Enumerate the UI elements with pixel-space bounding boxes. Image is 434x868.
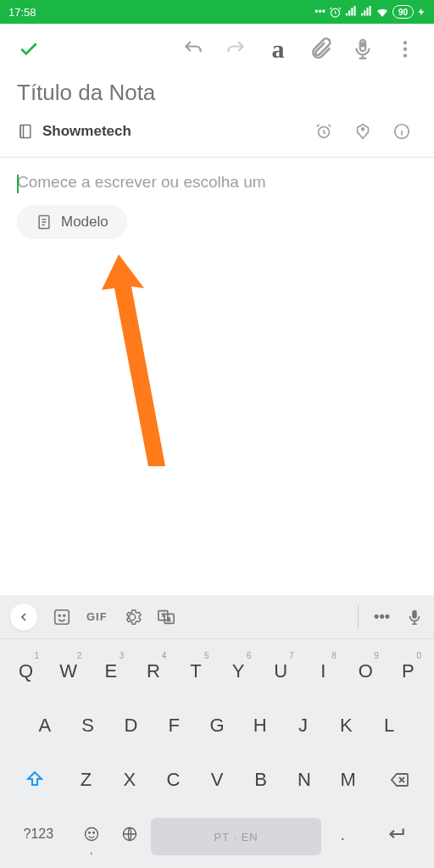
status-time: 17:58	[8, 6, 314, 19]
reminder-button[interactable]	[309, 116, 339, 147]
svg-point-11	[58, 615, 60, 616]
svg-rect-5	[20, 125, 31, 138]
svg-point-18	[92, 832, 94, 834]
svg-point-17	[88, 832, 90, 834]
keyboard: GIF ••• 1Q2W3E4R5T6Y7U8I9O0P ASDFGHJKL Z…	[0, 595, 434, 868]
redo-button[interactable]	[217, 31, 254, 68]
sticker-icon[interactable]	[53, 608, 71, 626]
more-icon: •••	[314, 6, 326, 18]
annotation-arrow	[85, 254, 186, 475]
format-button[interactable]: a	[259, 31, 297, 68]
key-x[interactable]: X	[110, 756, 150, 804]
key-t[interactable]: 5T	[176, 648, 214, 695]
key-g[interactable]: G	[198, 702, 236, 749]
key-r[interactable]: 4R	[134, 648, 172, 695]
symbols-key[interactable]: ?123	[7, 810, 70, 858]
settings-icon[interactable]	[123, 608, 142, 626]
key-k[interactable]: K	[326, 702, 365, 749]
charging-icon	[417, 6, 426, 18]
more-icon[interactable]: •••	[374, 608, 390, 626]
status-bar: 17:58 ••• 90	[0, 0, 434, 24]
keyboard-row-3: ZXCVBNM	[3, 753, 431, 807]
key-v[interactable]: V	[198, 756, 237, 804]
period-key[interactable]: .	[326, 810, 359, 858]
overflow-button[interactable]	[387, 31, 424, 68]
note-title-input[interactable]	[17, 80, 417, 106]
language-key[interactable]	[113, 810, 147, 858]
notebook-selector[interactable]: Showmetech	[42, 123, 300, 140]
done-button[interactable]	[10, 31, 47, 68]
key-p[interactable]: 0P	[389, 648, 427, 695]
key-a[interactable]: A	[25, 702, 64, 749]
svg-rect-10	[55, 609, 70, 624]
keyboard-back-button[interactable]	[10, 604, 37, 631]
shift-key[interactable]	[7, 756, 62, 804]
svg-point-1	[360, 42, 366, 47]
key-i[interactable]: 8I	[304, 648, 342, 695]
backspace-key[interactable]	[372, 756, 427, 804]
svg-point-7	[362, 128, 364, 131]
emoji-key[interactable]: ,	[75, 810, 108, 858]
wifi-icon	[376, 5, 389, 19]
key-q[interactable]: 1Q	[7, 648, 45, 695]
key-z[interactable]: Z	[66, 756, 106, 804]
keyboard-row-2: ASDFGHJKL	[3, 698, 431, 753]
key-u[interactable]: 7U	[262, 648, 300, 695]
tag-button[interactable]	[348, 116, 378, 147]
battery-indicator: 90	[392, 5, 414, 19]
key-d[interactable]: D	[112, 702, 151, 749]
key-m[interactable]: M	[328, 756, 368, 804]
signal-icon	[345, 6, 357, 18]
status-icons: ••• 90	[314, 5, 426, 19]
key-l[interactable]: L	[370, 702, 409, 749]
spacebar[interactable]: PT · EN	[151, 818, 321, 855]
translate-icon[interactable]	[157, 608, 175, 626]
editor-toolbar: a	[0, 24, 434, 75]
svg-point-16	[85, 828, 97, 841]
keyboard-suggestion-bar: GIF •••	[0, 595, 434, 639]
svg-point-2	[403, 41, 407, 44]
alarm-icon	[329, 6, 342, 19]
gif-button[interactable]: GIF	[86, 610, 108, 623]
template-button[interactable]: Modelo	[17, 205, 127, 239]
key-o[interactable]: 9O	[347, 648, 385, 695]
key-c[interactable]: C	[153, 756, 193, 804]
key-j[interactable]: J	[284, 702, 323, 749]
note-body[interactable]: Comece a escrever ou escolha um Modelo	[0, 158, 434, 254]
info-button[interactable]	[387, 116, 417, 147]
signal-icon-2	[360, 6, 372, 18]
undo-button[interactable]	[175, 31, 212, 68]
svg-rect-15	[412, 609, 417, 618]
template-icon	[36, 214, 53, 231]
key-b[interactable]: B	[241, 756, 281, 804]
body-placeholder: Comece a escrever ou escolha um	[17, 173, 417, 192]
template-label: Modelo	[61, 214, 108, 231]
svg-point-12	[64, 615, 65, 616]
keyboard-row-bottom: ?123 , PT · EN .	[3, 807, 431, 861]
key-s[interactable]: S	[69, 702, 108, 749]
svg-point-3	[403, 47, 407, 51]
mic-icon[interactable]	[405, 608, 424, 626]
voice-button[interactable]	[344, 31, 381, 68]
key-w[interactable]: 2W	[49, 648, 87, 695]
key-e[interactable]: 3E	[92, 648, 130, 695]
enter-key[interactable]	[364, 810, 427, 858]
notebook-icon	[17, 123, 34, 140]
attachment-button[interactable]	[302, 31, 339, 68]
text-cursor	[17, 175, 19, 193]
keyboard-row-1: 1Q2W3E4R5T6Y7U8I9O0P	[3, 644, 431, 698]
key-f[interactable]: F	[154, 702, 193, 749]
svg-point-4	[403, 53, 407, 57]
note-meta-row: Showmetech	[0, 106, 434, 158]
title-area	[0, 75, 434, 106]
key-n[interactable]: N	[285, 756, 325, 804]
key-h[interactable]: H	[241, 702, 280, 749]
key-y[interactable]: 6Y	[220, 648, 258, 695]
